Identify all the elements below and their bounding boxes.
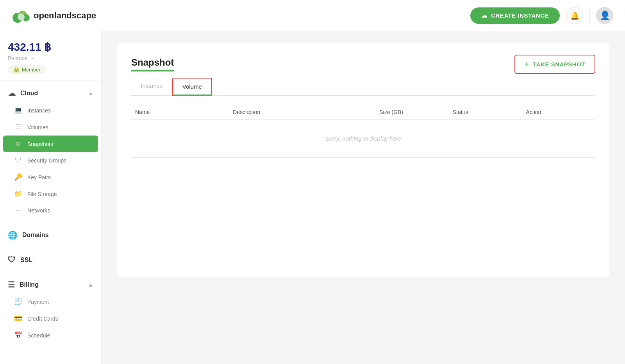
key-pairs-label: Key Pairs bbox=[27, 174, 51, 180]
sidebar-item-key-pairs[interactable]: 🔑 Key Pairs bbox=[0, 169, 101, 186]
ssl-header[interactable]: 🛡 SSL bbox=[0, 252, 101, 268]
body-layout: 432.11 ฿ Balance → 👑 Member ☁ Cloud ▲ 💻 bbox=[0, 31, 625, 364]
page-card: Snapshot + TAKE SNAPSHOT Instance Volume bbox=[117, 43, 609, 277]
ssl-section: 🛡 SSL bbox=[0, 248, 101, 272]
balance-label[interactable]: Balance → bbox=[8, 55, 93, 61]
page-header: Snapshot + TAKE SNAPSHOT bbox=[131, 55, 595, 74]
billing-section-title: Billing bbox=[20, 281, 39, 288]
domains-section: 🌐 Domains bbox=[0, 223, 101, 248]
key-pairs-icon: 🔑 bbox=[14, 173, 22, 181]
table-section: Name Description Size (GB) Status Action… bbox=[131, 105, 595, 158]
empty-message: Sorry, nothing to display here bbox=[131, 120, 595, 158]
header: openlandscape ☁ CREATE INSTANCE 🔔 👤 bbox=[0, 0, 625, 31]
cloud-icon: ☁ bbox=[481, 12, 488, 19]
sidebar-item-instances[interactable]: 💻 Instances bbox=[0, 102, 101, 119]
instances-icon: 💻 bbox=[14, 106, 22, 114]
billing-section: ☰ Billing ▲ 🧾 Payment 💳 Credit Cards 📅 S… bbox=[0, 272, 101, 348]
chevron-up-billing-icon: ▲ bbox=[88, 282, 93, 288]
plus-icon: + bbox=[525, 60, 529, 68]
logo-icon bbox=[12, 8, 30, 23]
payment-icon: 🧾 bbox=[14, 298, 22, 306]
take-snapshot-label: TAKE SNAPSHOT bbox=[533, 61, 585, 68]
crown-icon: 👑 bbox=[13, 67, 20, 73]
schedule-label: Schedule bbox=[27, 332, 50, 339]
balance-amount: 432.11 ฿ bbox=[8, 41, 93, 54]
sidebar-item-payment[interactable]: 🧾 Payment bbox=[0, 293, 101, 310]
sidebar-item-networks[interactable]: ↔ Networks bbox=[0, 202, 101, 219]
schedule-icon: 📅 bbox=[14, 331, 22, 339]
billing-icon: ☰ bbox=[8, 280, 15, 289]
security-groups-label: Security Groups bbox=[27, 157, 66, 164]
tab-volume[interactable]: Volume bbox=[172, 78, 212, 96]
credit-cards-label: Credit Cards bbox=[27, 316, 58, 322]
header-right: ☁ CREATE INSTANCE 🔔 👤 bbox=[470, 7, 613, 24]
security-groups-icon: 🛡 bbox=[14, 157, 22, 164]
sidebar-item-credit-cards[interactable]: 💳 Credit Cards bbox=[0, 310, 101, 327]
sidebar-item-schedule[interactable]: 📅 Schedule bbox=[0, 327, 101, 344]
file-storage-label: File Storage bbox=[27, 191, 57, 197]
tabs-row: Instance Volume bbox=[131, 78, 595, 96]
page-title: Snapshot bbox=[131, 57, 174, 71]
domains-icon: 🌐 bbox=[8, 230, 18, 240]
volumes-icon: ☰ bbox=[14, 123, 22, 131]
balance-section: 432.11 ฿ Balance → 👑 Member bbox=[0, 31, 101, 81]
cloud-section-title: Cloud bbox=[20, 90, 38, 97]
logo: openlandscape bbox=[12, 8, 96, 23]
instances-label: Instances bbox=[27, 107, 51, 114]
ssl-label: SSL bbox=[20, 257, 32, 264]
domains-header[interactable]: 🌐 Domains bbox=[0, 227, 101, 244]
volumes-label: Volumes bbox=[27, 124, 48, 130]
domains-label: Domains bbox=[22, 232, 49, 239]
arrow-icon: → bbox=[30, 55, 36, 61]
take-snapshot-button[interactable]: + TAKE SNAPSHOT bbox=[514, 55, 595, 74]
ssl-icon: 🛡 bbox=[8, 255, 16, 264]
sidebar-item-snapshots[interactable]: ⊞ Snapshots bbox=[3, 136, 98, 152]
create-instance-button[interactable]: ☁ CREATE INSTANCE bbox=[470, 7, 560, 24]
file-storage-icon: 📁 bbox=[14, 190, 22, 198]
cloud-section: ☁ Cloud ▲ 💻 Instances ☰ Volumes ⊞ Snapsh… bbox=[0, 81, 101, 223]
networks-icon: ↔ bbox=[14, 207, 22, 214]
col-size: Size (GB) bbox=[375, 109, 449, 115]
networks-label: Networks bbox=[27, 207, 50, 214]
sidebar: 432.11 ฿ Balance → 👑 Member ☁ Cloud ▲ 💻 bbox=[0, 31, 102, 364]
logo-text: openlandscape bbox=[34, 11, 96, 21]
snapshots-label: Snapshots bbox=[27, 141, 53, 147]
sidebar-item-security-groups[interactable]: 🛡 Security Groups bbox=[0, 152, 101, 169]
create-instance-label: CREATE INSTANCE bbox=[491, 12, 549, 19]
member-badge: 👑 Member bbox=[8, 65, 46, 74]
snapshots-icon: ⊞ bbox=[14, 140, 22, 148]
bell-icon: 🔔 bbox=[570, 11, 580, 20]
sidebar-item-file-storage[interactable]: 📁 File Storage bbox=[0, 186, 101, 202]
cloud-section-header[interactable]: ☁ Cloud ▲ bbox=[0, 85, 101, 102]
col-description: Description bbox=[229, 109, 375, 115]
col-name: Name bbox=[131, 109, 229, 115]
header-divider bbox=[589, 9, 590, 23]
payment-label: Payment bbox=[27, 299, 49, 305]
billing-section-header[interactable]: ☰ Billing ▲ bbox=[0, 276, 101, 293]
main-content: Snapshot + TAKE SNAPSHOT Instance Volume bbox=[102, 31, 625, 364]
col-status: Status bbox=[449, 109, 522, 115]
col-action: Action bbox=[522, 109, 595, 115]
tab-instance[interactable]: Instance bbox=[131, 78, 172, 96]
chevron-up-icon: ▲ bbox=[88, 90, 93, 96]
notification-bell-button[interactable]: 🔔 bbox=[566, 7, 583, 24]
svg-point-3 bbox=[18, 13, 25, 20]
credit-cards-icon: 💳 bbox=[14, 314, 22, 323]
avatar-icon: 👤 bbox=[600, 11, 610, 21]
user-avatar-button[interactable]: 👤 bbox=[596, 7, 613, 24]
table-header-row: Name Description Size (GB) Status Action bbox=[131, 105, 595, 120]
cloud-nav-icon: ☁ bbox=[8, 89, 16, 98]
sidebar-item-volumes[interactable]: ☰ Volumes bbox=[0, 119, 101, 136]
